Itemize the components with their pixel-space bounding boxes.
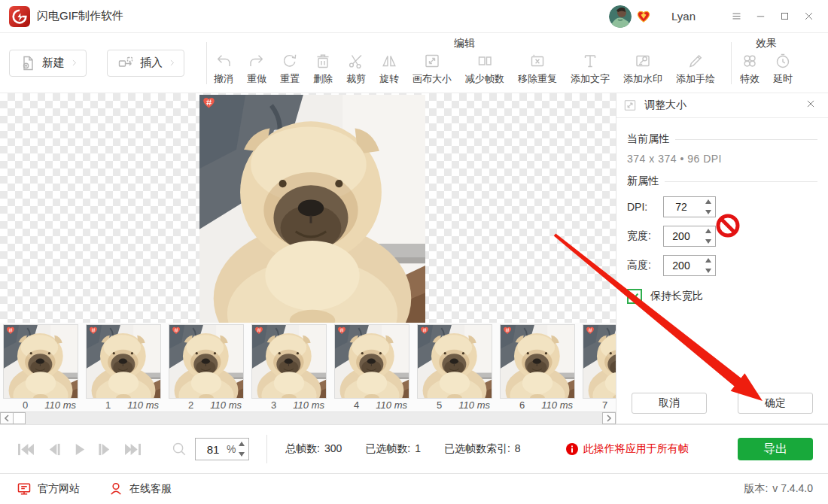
tool-icon [476, 52, 494, 70]
stat: 总帧数: 300 [285, 442, 342, 456]
number-input[interactable] [664, 260, 699, 272]
cancel-button[interactable]: 取消 [632, 393, 707, 414]
play-button[interactable] [72, 442, 87, 457]
spinner-down-button[interactable] [705, 239, 711, 244]
spinner-up-button[interactable] [705, 258, 711, 263]
tool-icon [423, 52, 441, 70]
tool-button[interactable]: 旋转 [373, 52, 406, 86]
scrollbar-track[interactable] [26, 412, 602, 424]
frame-thumbnail[interactable]: 6 110 ms [500, 324, 575, 411]
frame-index: 6 [519, 399, 525, 411]
next-frame-button[interactable] [98, 442, 112, 457]
tool-button[interactable]: 裁剪 [339, 52, 373, 86]
keep-ratio-checkbox[interactable] [627, 289, 642, 304]
heart-badge-icon [337, 326, 346, 335]
stat-value: 8 [515, 442, 521, 456]
tool-button[interactable]: 减少帧数 [458, 52, 511, 86]
zoom-input[interactable] [203, 443, 223, 456]
edit-tool-group: 编辑 撤消 重做 重置 删除 [207, 33, 722, 93]
frame-duration: 110 ms [210, 399, 242, 411]
spinner-down-button[interactable] [705, 210, 711, 214]
skip-end-icon [123, 442, 142, 457]
app-window: 闪电GIF制作软件 Lyan 新建 插入 编辑 [0, 0, 828, 504]
frame-index: 4 [354, 399, 359, 411]
tool-icon [314, 52, 332, 70]
effect-tool-button[interactable]: 特效 [733, 52, 766, 86]
spinner-up-button[interactable] [705, 199, 711, 204]
tool-button[interactable]: 重置 [273, 52, 306, 86]
scroll-right-button[interactable] [602, 412, 616, 424]
frame-thumbnail[interactable]: 3 110 ms [251, 324, 327, 411]
previous-frame-button[interactable] [47, 442, 61, 457]
tool-button[interactable]: 删除 [306, 52, 339, 86]
property-field-row: DPI: [627, 196, 817, 217]
app-logo-icon [9, 6, 30, 27]
stat-value: 300 [324, 442, 342, 456]
tool-button[interactable]: 重做 [240, 52, 273, 86]
heart-badge-icon [503, 326, 512, 335]
frame-duration: 110 ms [293, 399, 324, 411]
person-icon [108, 481, 123, 496]
frame-meta: 1 110 ms [86, 399, 161, 411]
number-input[interactable] [664, 230, 699, 242]
maximize-button[interactable] [775, 7, 793, 26]
new-button[interactable]: 新建 [9, 50, 87, 77]
tool-button[interactable]: 移除重复 [511, 52, 564, 86]
menu-button[interactable] [727, 7, 745, 26]
first-frame-button[interactable] [17, 442, 35, 457]
number-input[interactable] [664, 201, 699, 213]
chevron-right-icon [70, 59, 78, 67]
scroll-left-button[interactable] [0, 412, 14, 424]
section-divider [665, 181, 817, 182]
stat: 已选帧数索引: 8 [444, 442, 521, 456]
frame-index: 1 [105, 399, 111, 411]
panel-close-button[interactable] [805, 99, 819, 112]
heart-badge-icon [586, 326, 595, 335]
minimize-icon [755, 11, 766, 22]
menu-icon [731, 11, 742, 22]
step-back-icon [47, 442, 61, 457]
frame-thumbnail[interactable]: 2 110 ms [169, 324, 244, 411]
spinner-down-button[interactable] [705, 269, 711, 273]
tool-button[interactable]: 画布大小 [406, 52, 458, 86]
scrollbar-thumb[interactable] [14, 412, 26, 424]
tool-label: 添加文字 [571, 72, 610, 86]
frame-thumbnail[interactable]: 0 110 ms [3, 324, 78, 411]
panel-body: 当前属性 374 x 374 • 96 DPI 新属性 DPI: [616, 118, 828, 393]
frame-thumbnail[interactable]: 5 110 ms [417, 324, 492, 411]
insert-button[interactable]: 插入 [107, 50, 184, 77]
tool-label: 画布大小 [412, 72, 452, 86]
last-frame-button[interactable] [123, 442, 142, 457]
heart-badge-icon [89, 326, 98, 335]
spinner-up-button[interactable] [705, 229, 711, 233]
tool-button[interactable]: 添加文字 [564, 52, 616, 86]
edit-group-label: 编辑 [207, 37, 722, 50]
tool-button[interactable]: 添加手绘 [669, 52, 722, 86]
heart-badge-icon [202, 97, 215, 109]
panel-footer: 取消 确定 [616, 393, 828, 424]
frame-thumbnail[interactable]: 4 110 ms [334, 324, 409, 411]
frame-thumbnail[interactable]: 1 110 ms [86, 324, 161, 411]
close-icon [803, 11, 814, 22]
section-divider [675, 139, 817, 140]
tool-label: 移除重复 [518, 72, 557, 86]
frame-meta: 7 110 ms [583, 399, 616, 411]
current-properties-value: 374 x 374 • 96 DPI [627, 153, 817, 165]
zoom-down-button[interactable] [239, 452, 245, 457]
frame-thumbnail[interactable]: 7 110 ms [583, 324, 616, 411]
user-avatar[interactable] [609, 5, 632, 28]
tool-button[interactable]: 添加水印 [616, 52, 669, 86]
effect-tool-button[interactable]: 延时 [766, 52, 799, 86]
stat-label: 总帧数: [285, 442, 320, 456]
export-button[interactable]: 导出 [738, 438, 813, 460]
app-title: 闪电GIF制作软件 [37, 9, 123, 23]
ok-button[interactable]: 确定 [738, 393, 813, 414]
zoom-up-button[interactable] [239, 442, 245, 446]
minimize-button[interactable] [751, 7, 769, 26]
online-support-link[interactable]: 在线客服 [108, 481, 172, 496]
frame-image [3, 324, 78, 399]
tool-button[interactable]: 撤消 [207, 52, 240, 86]
username: Lyan [671, 10, 696, 23]
close-button[interactable] [799, 7, 817, 26]
official-website-link[interactable]: 官方网站 [17, 481, 80, 496]
